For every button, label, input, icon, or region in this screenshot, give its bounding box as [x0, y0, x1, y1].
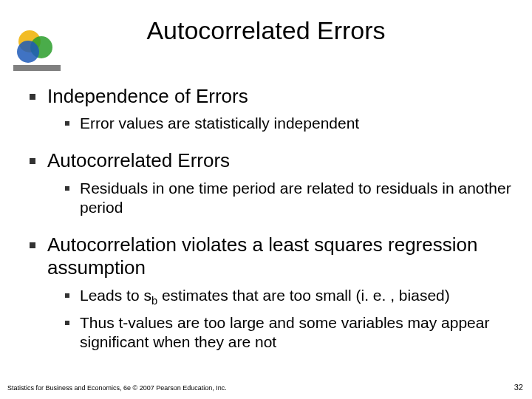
slide-content: Independence of Errors Error values are …	[30, 85, 511, 358]
square-bullet-icon	[30, 94, 35, 100]
square-bullet-icon	[65, 293, 69, 298]
slide-title: Autocorrelated Errors	[0, 16, 532, 45]
bullet-text: Autocorrelation violates a least squares…	[47, 233, 511, 279]
square-bullet-icon	[65, 321, 69, 325]
bullet-text: Autocorrelated Errors	[47, 149, 230, 172]
svg-rect-3	[13, 65, 61, 71]
square-bullet-icon	[30, 158, 35, 164]
bullet-text: Residuals in one time period are related…	[80, 179, 511, 218]
bullet-violates-assumption: Autocorrelation violates a least squares…	[30, 233, 511, 279]
bullet-independence: Independence of Errors	[30, 85, 511, 108]
bullet-text: Independence of Errors	[47, 85, 248, 108]
subbullet-independent-values: Error values are statistically independe…	[65, 114, 511, 133]
subbullet-biased-estimates: Leads to sb estimates that are too small…	[65, 286, 511, 308]
square-bullet-icon	[65, 121, 69, 126]
square-bullet-icon	[30, 242, 35, 248]
bullet-text: Thus t-values are too large and some var…	[80, 313, 511, 352]
text-post: estimates that are too small (i. e. , bi…	[157, 287, 450, 304]
subscript-b: b	[151, 295, 157, 307]
bullet-text: Error values are statistically independe…	[80, 114, 359, 133]
page-number: 32	[514, 383, 523, 392]
subbullet-tvalues-large: Thus t-values are too large and some var…	[65, 313, 511, 352]
bullet-autocorrelated: Autocorrelated Errors	[30, 149, 511, 172]
text-pre: Leads to s	[80, 287, 151, 304]
square-bullet-icon	[65, 186, 69, 191]
bullet-text: Leads to sb estimates that are too small…	[80, 286, 450, 308]
subbullet-residuals-related: Residuals in one time period are related…	[65, 179, 511, 218]
footer-copyright: Statistics for Business and Economics, 6…	[7, 384, 227, 392]
